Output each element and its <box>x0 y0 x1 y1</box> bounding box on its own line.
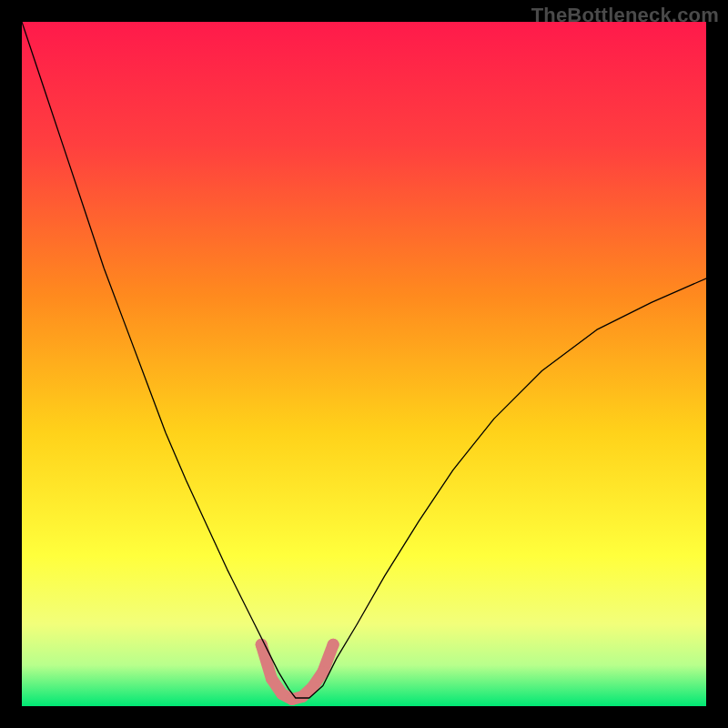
watermark-text: TheBottleneck.com <box>531 4 719 27</box>
optimum-highlight-dot <box>297 691 308 703</box>
optimum-highlight-dot <box>276 688 288 700</box>
plot-svg <box>22 22 706 706</box>
optimum-highlight-dot <box>328 639 339 651</box>
chart-frame: TheBottleneck.com <box>0 0 728 728</box>
optimum-highlight-dot <box>287 693 298 705</box>
optimum-highlight-dot <box>266 672 278 684</box>
optimum-highlight-dot <box>256 639 268 651</box>
plot-area <box>22 22 706 706</box>
gradient-background <box>22 22 706 706</box>
